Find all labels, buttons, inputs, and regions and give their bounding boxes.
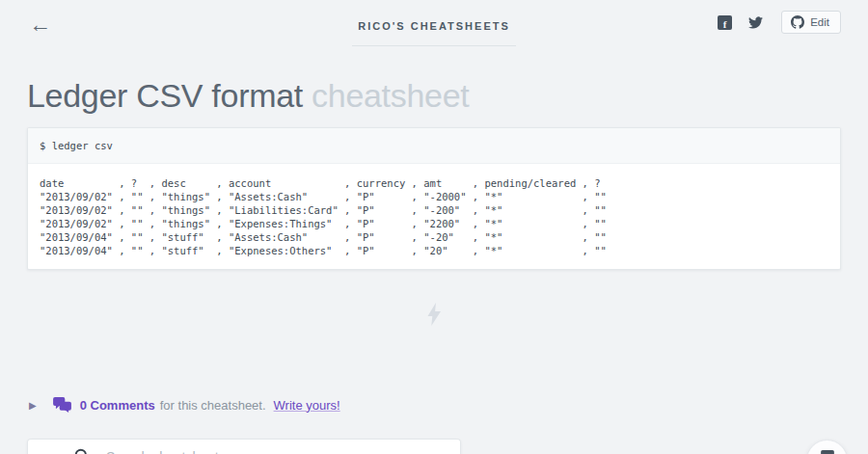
terminal-command-strip: $ ledger csv — [28, 128, 840, 164]
comments-expander-button[interactable]: ▶ — [29, 400, 37, 411]
site-title-link[interactable]: RICO'S CHEATSHEETS — [358, 20, 510, 32]
section-divider — [0, 303, 868, 326]
back-arrow-icon: ← — [29, 12, 51, 37]
terminal-output-section: date , ? , desc , account , currency , a… — [28, 164, 840, 269]
back-button[interactable]: ← — [25, 12, 55, 38]
terminal-command: $ ledger csv — [40, 139, 828, 152]
search-icon — [74, 448, 91, 454]
write-yours-link[interactable]: Write yours! — [274, 398, 340, 413]
page-title-main: Ledger CSV format — [27, 77, 303, 114]
twitter-icon — [748, 15, 763, 30]
floating-action-button[interactable] — [806, 440, 848, 454]
edit-button-label: Edit — [810, 16, 829, 28]
comments-icon — [53, 397, 71, 413]
facebook-icon: f — [718, 15, 732, 30]
github-icon — [791, 15, 804, 29]
twitter-share-button[interactable] — [746, 13, 765, 32]
facebook-share-button[interactable]: f — [716, 13, 734, 32]
comments-count-link[interactable]: 0 Comments — [80, 398, 155, 413]
terminal-output: date , ? , desc , account , currency , a… — [40, 176, 828, 257]
search-input[interactable] — [104, 447, 422, 454]
top-bar: ← RICO'S CHEATSHEETS f Edit — [0, 0, 868, 58]
search-card — [27, 439, 461, 454]
topbar-actions: f Edit — [716, 11, 841, 34]
title-underline — [352, 45, 516, 46]
page-title-suffix: cheatsheet — [312, 77, 469, 114]
page-title: Ledger CSV format cheatsheet — [27, 77, 868, 114]
edit-button[interactable]: Edit — [781, 11, 841, 34]
fab-comment-icon — [821, 450, 834, 454]
expander-triangle-icon: ▶ — [29, 400, 37, 411]
comments-context-text: for this cheatsheet. — [160, 398, 266, 413]
code-card: $ ledger csv date , ? , desc , account ,… — [27, 127, 841, 270]
comments-row: ▶ 0 Comments for this cheatsheet. Write … — [29, 397, 868, 413]
lightning-icon — [427, 303, 442, 326]
